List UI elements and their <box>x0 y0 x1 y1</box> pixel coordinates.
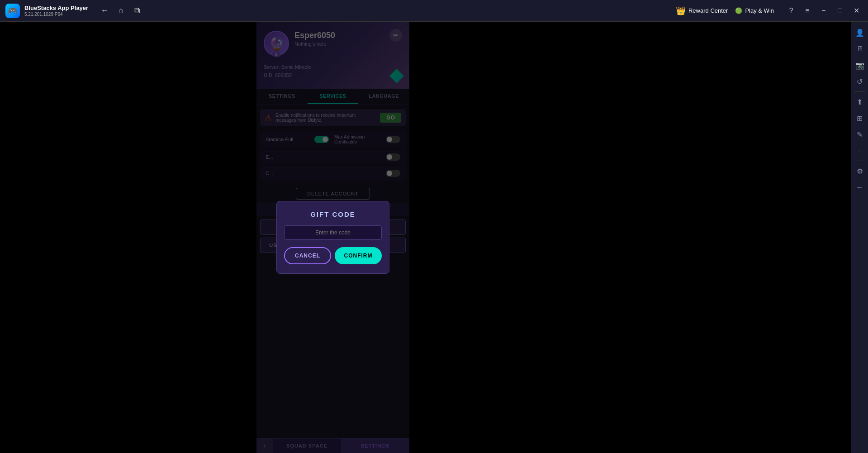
modal-cancel-button[interactable]: CANCEL <box>284 247 331 264</box>
copy-button[interactable]: ⧉ <box>130 4 144 18</box>
app-version: 5.21.201.1029 P64 <box>24 12 88 17</box>
topbar-right: 👑 Reward Center 🟢 Play & Win ? ≡ − □ ✕ <box>676 5 863 17</box>
left-area <box>0 22 256 453</box>
sidebar-grid-icon[interactable]: ⊞ <box>853 111 867 125</box>
sidebar-more-icon[interactable]: ··· <box>853 143 867 158</box>
back-button[interactable]: ← <box>97 4 112 18</box>
sidebar-settings-icon[interactable]: ⚙ <box>853 164 867 178</box>
sidebar-display-icon[interactable]: 🖥 <box>853 42 867 56</box>
app-info: BlueStacks App Player 5.21.201.1029 P64 <box>24 5 88 17</box>
restore-button[interactable]: □ <box>834 5 846 17</box>
reward-center-button[interactable]: 👑 Reward Center <box>676 6 728 16</box>
modal-confirm-button[interactable]: CONFIRM <box>335 247 382 264</box>
game-panel: 🔮 9 Esper6050 Nothing's here ✏ Server: S… <box>256 22 409 453</box>
right-black-area <box>409 22 868 453</box>
minimize-button[interactable]: − <box>817 5 830 17</box>
right-sidebar: 👤 🖥 📷 ↺ ⬆ ⊞ ✎ ··· ⚙ ← <box>851 22 868 453</box>
help-button[interactable]: ? <box>785 5 797 17</box>
window-actions: ? ≡ − □ ✕ <box>785 5 863 17</box>
sidebar-divider-2 <box>854 161 865 161</box>
play-win-label: Play & Win <box>745 7 774 14</box>
app-name: BlueStacks App Player <box>24 5 88 12</box>
menu-button[interactable]: ≡ <box>801 5 814 17</box>
crown-icon: 👑 <box>676 6 686 16</box>
close-button[interactable]: ✕ <box>850 5 863 17</box>
sidebar-upload-icon[interactable]: ⬆ <box>853 95 867 109</box>
sidebar-divider-1 <box>854 91 865 92</box>
app-logo: 🎮 <box>5 4 20 18</box>
play-win-button[interactable]: 🟢 Play & Win <box>735 7 774 14</box>
nav-buttons: ← ⌂ ⧉ <box>97 4 144 18</box>
home-button[interactable]: ⌂ <box>114 4 128 18</box>
modal-title: GIFT CODE <box>284 210 382 218</box>
sidebar-user-icon[interactable]: 👤 <box>853 25 867 40</box>
gift-code-input[interactable] <box>284 225 382 240</box>
sidebar-arrow-left-icon[interactable]: ← <box>853 180 867 195</box>
modal-overlay: GIFT CODE CANCEL CONFIRM <box>256 22 409 453</box>
main-area: 🔮 9 Esper6050 Nothing's here ✏ Server: S… <box>0 22 868 453</box>
top-bar: 🎮 BlueStacks App Player 5.21.201.1029 P6… <box>0 0 868 22</box>
play-win-icon: 🟢 <box>735 7 742 14</box>
sidebar-camera-icon[interactable]: 📷 <box>853 58 867 72</box>
sidebar-refresh-icon[interactable]: ↺ <box>853 74 867 89</box>
modal-buttons: CANCEL CONFIRM <box>284 247 382 264</box>
reward-center-label: Reward Center <box>688 7 728 14</box>
sidebar-edit-icon[interactable]: ✎ <box>853 127 867 142</box>
gift-code-modal: GIFT CODE CANCEL CONFIRM <box>276 201 389 274</box>
